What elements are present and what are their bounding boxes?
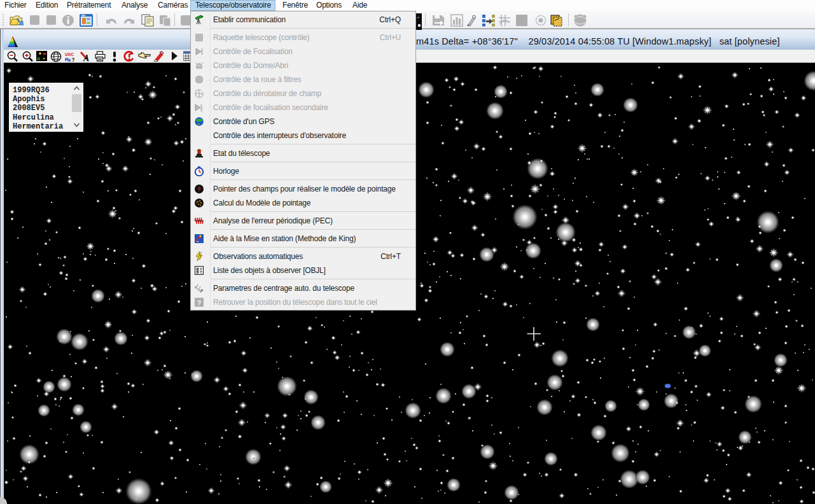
svg-text:?: ? xyxy=(197,298,202,306)
svg-text:k: k xyxy=(69,58,71,62)
svg-text:2: 2 xyxy=(200,108,203,113)
svg-text:?: ? xyxy=(72,57,75,62)
